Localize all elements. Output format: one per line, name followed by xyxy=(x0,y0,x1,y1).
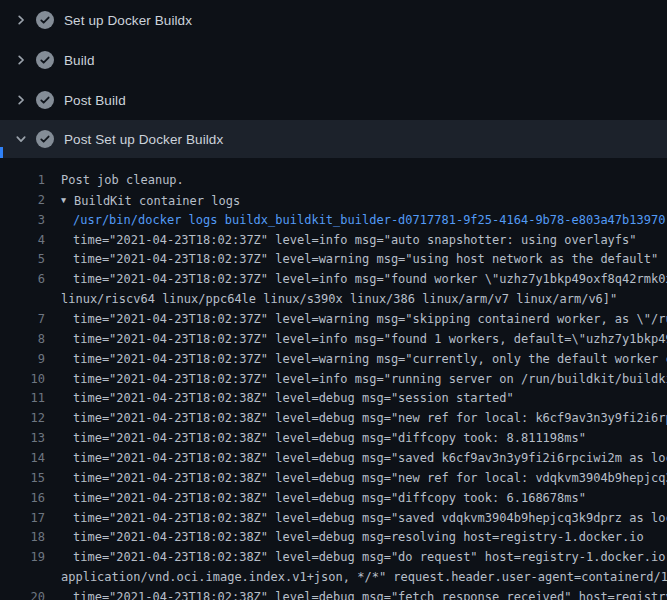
step-title: Post Build xyxy=(64,93,126,108)
log-group-header: ▼BuildKit container logs xyxy=(61,191,240,211)
step-header-set-up-docker-buildx[interactable]: Set up Docker Buildx xyxy=(0,0,667,40)
log-line: 19time="2021-04-23T18:02:38Z" level=debu… xyxy=(0,548,667,568)
step-title: Build xyxy=(64,53,95,68)
log-line-wrap: linux/riscv64 linux/ppc64le linux/s390x … xyxy=(0,290,667,310)
check-circle-icon xyxy=(36,51,54,69)
line-number[interactable]: 6 xyxy=(0,270,45,290)
log-line: 12time="2021-04-23T18:02:38Z" level=debu… xyxy=(0,409,667,429)
line-number xyxy=(0,290,45,310)
log-line: 17time="2021-04-23T18:02:38Z" level=debu… xyxy=(0,509,667,529)
step-title: Set up Docker Buildx xyxy=(64,13,192,28)
log-text: time="2021-04-23T18:02:37Z" level=info m… xyxy=(73,270,667,290)
log-text: time="2021-04-23T18:02:38Z" level=debug … xyxy=(73,548,667,568)
log-text: time="2021-04-23T18:02:38Z" level=debug … xyxy=(73,509,667,529)
log-text: time="2021-04-23T18:02:38Z" level=debug … xyxy=(73,409,667,429)
log-text: time="2021-04-23T18:02:38Z" level=debug … xyxy=(73,588,667,600)
log-text: time="2021-04-23T18:02:37Z" level=info m… xyxy=(73,330,667,350)
line-number[interactable]: 9 xyxy=(0,350,45,370)
log-line: 4time="2021-04-23T18:02:37Z" level=info … xyxy=(0,231,667,251)
step-list: Set up Docker BuildxBuildPost BuildPost … xyxy=(0,0,667,158)
line-number[interactable]: 18 xyxy=(0,528,45,548)
line-number[interactable]: 17 xyxy=(0,509,45,529)
log-line: 3/usr/bin/docker logs buildx_buildkit_bu… xyxy=(0,211,667,231)
group-title: BuildKit container logs xyxy=(74,193,240,207)
step-title: Post Set up Docker Buildx xyxy=(64,132,223,147)
log-line: 18time="2021-04-23T18:02:38Z" level=debu… xyxy=(0,528,667,548)
check-circle-icon xyxy=(36,11,54,29)
chevron-right-icon xyxy=(13,92,29,108)
actions-log-viewer: Set up Docker BuildxBuildPost BuildPost … xyxy=(0,0,667,600)
log-text: time="2021-04-23T18:02:37Z" level=warnin… xyxy=(73,250,658,270)
line-number xyxy=(0,568,45,588)
line-number[interactable]: 1 xyxy=(0,171,45,191)
line-number[interactable]: 5 xyxy=(0,250,45,270)
line-number[interactable]: 14 xyxy=(0,449,45,469)
chevron-right-icon xyxy=(13,12,29,28)
log-line: 11time="2021-04-23T18:02:38Z" level=debu… xyxy=(0,389,667,409)
line-number[interactable]: 16 xyxy=(0,489,45,509)
log-pane[interactable]: 1Post job cleanup.2▼BuildKit container l… xyxy=(0,158,667,600)
line-number[interactable]: 15 xyxy=(0,469,45,489)
log-text: time="2021-04-23T18:02:37Z" level=warnin… xyxy=(73,310,667,330)
line-number[interactable]: 13 xyxy=(0,429,45,449)
log-command-text: /usr/bin/docker logs buildx_buildkit_bui… xyxy=(73,211,665,231)
log-text: time="2021-04-23T18:02:38Z" level=debug … xyxy=(73,489,586,509)
log-line: 13time="2021-04-23T18:02:38Z" level=debu… xyxy=(0,429,667,449)
log-text: time="2021-04-23T18:02:38Z" level=debug … xyxy=(73,528,644,548)
line-number[interactable]: 7 xyxy=(0,310,45,330)
line-number[interactable]: 4 xyxy=(0,231,45,251)
log-line: 7time="2021-04-23T18:02:37Z" level=warni… xyxy=(0,310,667,330)
step-header-post-build[interactable]: Post Build xyxy=(0,80,667,120)
line-number[interactable]: 20 xyxy=(0,588,45,600)
log-line: 5time="2021-04-23T18:02:37Z" level=warni… xyxy=(0,250,667,270)
check-circle-icon xyxy=(36,91,54,109)
log-text: time="2021-04-23T18:02:38Z" level=debug … xyxy=(73,389,514,409)
log-line: 8time="2021-04-23T18:02:37Z" level=info … xyxy=(0,330,667,350)
log-line: 20time="2021-04-23T18:02:38Z" level=debu… xyxy=(0,588,667,600)
log-text: time="2021-04-23T18:02:37Z" level=info m… xyxy=(73,231,637,251)
line-number[interactable]: 3 xyxy=(0,211,45,231)
log-text: linux/riscv64 linux/ppc64le linux/s390x … xyxy=(61,290,617,310)
step-header-build[interactable]: Build xyxy=(0,40,667,80)
log-text: time="2021-04-23T18:02:38Z" level=debug … xyxy=(73,429,586,449)
log-text: time="2021-04-23T18:02:37Z" level=warnin… xyxy=(73,350,667,370)
line-number[interactable]: 19 xyxy=(0,548,45,568)
log-text: time="2021-04-23T18:02:38Z" level=debug … xyxy=(73,449,667,469)
line-number[interactable]: 12 xyxy=(0,409,45,429)
group-collapse-icon[interactable]: ▼ xyxy=(61,191,74,211)
log-line: 9time="2021-04-23T18:02:37Z" level=warni… xyxy=(0,350,667,370)
focus-indicator xyxy=(0,147,3,158)
chevron-down-icon xyxy=(13,131,29,147)
step-header-post-set-up-docker-buildx[interactable]: Post Set up Docker Buildx xyxy=(0,120,667,158)
log-line: 6time="2021-04-23T18:02:37Z" level=info … xyxy=(0,270,667,290)
log-line: 2▼BuildKit container logs xyxy=(0,191,667,211)
log-line: 15time="2021-04-23T18:02:38Z" level=debu… xyxy=(0,469,667,489)
line-number[interactable]: 2 xyxy=(0,191,45,211)
log-line: 16time="2021-04-23T18:02:38Z" level=debu… xyxy=(0,489,667,509)
log-line: 14time="2021-04-23T18:02:38Z" level=debu… xyxy=(0,449,667,469)
line-number[interactable]: 11 xyxy=(0,389,45,409)
log-line: 10time="2021-04-23T18:02:37Z" level=info… xyxy=(0,370,667,390)
line-number[interactable]: 10 xyxy=(0,370,45,390)
log-text: time="2021-04-23T18:02:37Z" level=info m… xyxy=(73,370,667,390)
check-circle-icon xyxy=(36,130,54,148)
chevron-right-icon xyxy=(13,52,29,68)
line-number[interactable]: 8 xyxy=(0,330,45,350)
log-text: Post job cleanup. xyxy=(61,171,184,191)
log-text: application/vnd.oci.image.index.v1+json,… xyxy=(61,568,667,588)
log-line: 1Post job cleanup. xyxy=(0,171,667,191)
log-line-wrap: application/vnd.oci.image.index.v1+json,… xyxy=(0,568,667,588)
log-text: time="2021-04-23T18:02:38Z" level=debug … xyxy=(73,469,667,489)
